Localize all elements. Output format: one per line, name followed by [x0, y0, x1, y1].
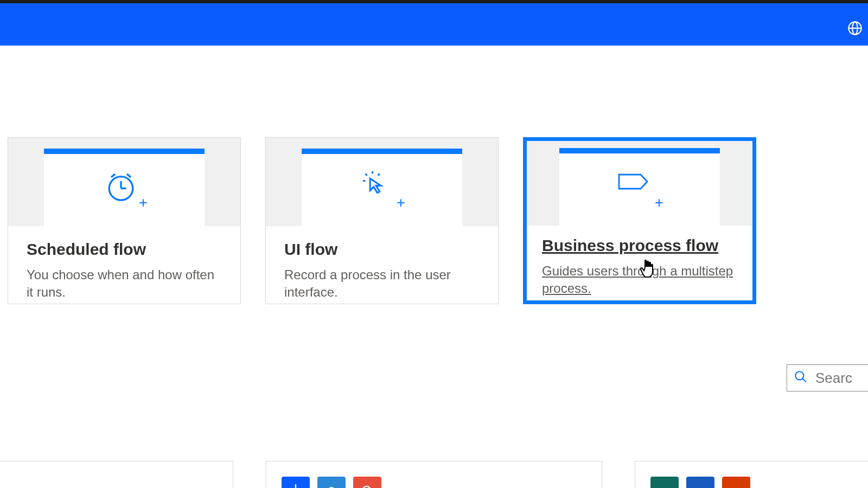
- template-card[interactable]: [266, 461, 602, 488]
- connector-icon: [686, 477, 714, 488]
- cursor-plus-icon: +: [363, 171, 401, 209]
- svg-line-13: [802, 378, 806, 382]
- svg-line-7: [127, 174, 131, 177]
- svg-line-6: [111, 174, 115, 177]
- header-bar: [0, 3, 868, 46]
- connector-icon: [650, 477, 679, 488]
- stage-plus-icon: +: [618, 174, 661, 206]
- svg-line-11: [378, 174, 380, 175]
- card-preview: +: [527, 141, 752, 226]
- plus-icon: +: [397, 194, 405, 211]
- plus-icon: +: [139, 194, 148, 211]
- card-description: Record a process in the user interface.: [284, 266, 480, 301]
- search-input[interactable]: [815, 370, 868, 387]
- search-icon: [794, 370, 808, 386]
- search-input-container[interactable]: [787, 364, 868, 391]
- card-preview: +: [8, 138, 240, 226]
- svg-point-12: [795, 371, 803, 380]
- connector-icon: [722, 477, 750, 488]
- mini-window: +: [302, 149, 462, 226]
- connector-icon: [317, 477, 346, 488]
- ui-flow-card[interactable]: + UI flow Record a process in the user i…: [265, 137, 499, 304]
- card-title: UI flow: [284, 240, 480, 259]
- svg-line-8: [365, 174, 367, 175]
- mini-window: +: [44, 149, 205, 226]
- card-preview: +: [266, 138, 498, 226]
- plus-icon: +: [655, 194, 663, 211]
- globe-icon[interactable]: [847, 21, 863, 36]
- connector-icon: [282, 477, 310, 488]
- card-description: You choose when and how often it runs.: [27, 266, 222, 301]
- connector-icon: [353, 477, 381, 488]
- card-title: Scheduled flow: [27, 240, 222, 259]
- hand-cursor-icon: [639, 258, 658, 281]
- template-card[interactable]: [0, 461, 233, 488]
- clock-plus-icon: +: [105, 171, 143, 209]
- card-title: Business process flow: [542, 236, 737, 255]
- template-card[interactable]: [635, 461, 868, 488]
- mini-window: +: [559, 148, 720, 226]
- scheduled-flow-card[interactable]: + Scheduled flow You choose when and how…: [8, 137, 241, 304]
- template-cards-row: [0, 461, 868, 488]
